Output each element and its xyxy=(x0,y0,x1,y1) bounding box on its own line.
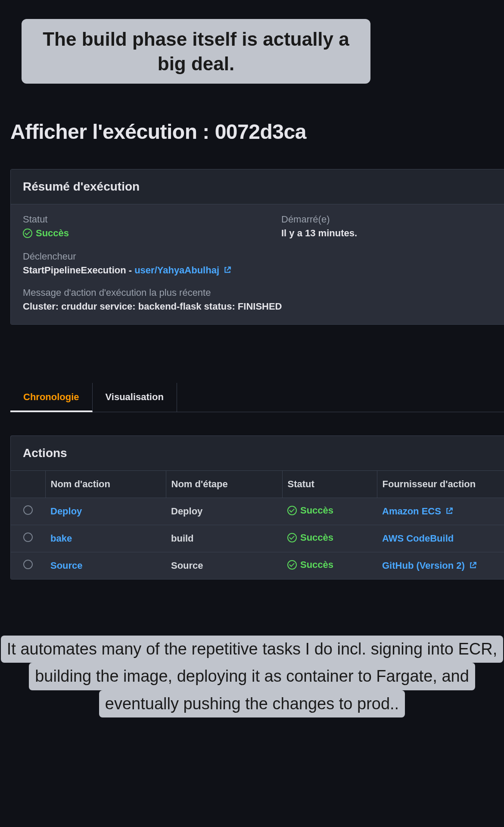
started-value: Il y a 13 minutes. xyxy=(281,228,357,239)
recent-message-value: Cluster: cruddur service: backend-flask … xyxy=(23,301,492,312)
execution-summary-panel: Résumé d'exécution Statut Succès Démarré… xyxy=(10,169,504,325)
success-check-icon xyxy=(23,229,32,238)
action-name-link[interactable]: bake xyxy=(45,525,166,552)
status-value: Succès xyxy=(23,228,69,239)
trigger-user-link[interactable]: user/YahyaAbulhaj xyxy=(134,265,219,276)
col-stage-name[interactable]: Nom d'étape xyxy=(166,471,282,498)
col-select xyxy=(11,471,45,498)
caption-bottom-line: It automates many of the repetitive task… xyxy=(1,636,503,663)
radio-icon[interactable] xyxy=(23,560,33,569)
trigger-prefix: StartPipelineExecution - xyxy=(23,265,134,276)
provider-link[interactable]: GitHub (Version 2) xyxy=(377,552,504,580)
summary-header: Résumé d'exécution xyxy=(11,169,504,204)
radio-icon[interactable] xyxy=(23,533,33,542)
row-radio-cell[interactable] xyxy=(11,525,45,552)
status-label: Statut xyxy=(23,214,264,225)
action-name-link[interactable]: Source xyxy=(45,552,166,580)
provider-link[interactable]: Amazon ECS xyxy=(377,498,504,525)
table-row: DeployDeploySuccèsAmazon ECS xyxy=(11,498,504,525)
provider-link[interactable]: AWS CodeBuild xyxy=(377,525,504,552)
success-check-icon xyxy=(287,533,297,542)
started-label: Démarré(e) xyxy=(281,214,357,225)
stage-name: Source xyxy=(166,552,282,580)
row-status: Succès xyxy=(282,525,377,552)
tab-visualisation[interactable]: Visualisation xyxy=(93,383,177,412)
status-text: Succès xyxy=(36,228,69,239)
success-check-icon xyxy=(287,560,297,570)
caption-top: The build phase itself is actually a big… xyxy=(22,19,370,84)
row-status: Succès xyxy=(282,552,377,580)
caption-bottom-line: eventually pushing the changes to prod.. xyxy=(99,690,405,717)
actions-header: Actions xyxy=(11,436,504,471)
row-radio-cell[interactable] xyxy=(11,498,45,525)
actions-panel: Actions Nom d'action Nom d'étape Statut … xyxy=(10,435,504,580)
summary-body: Statut Succès Démarré(e) Il y a 13 minut… xyxy=(11,204,504,324)
status-text: Succès xyxy=(300,505,333,516)
status-text: Succès xyxy=(300,532,333,543)
table-row: bakebuildSuccèsAWS CodeBuild xyxy=(11,525,504,552)
tabs: Chronologie Visualisation xyxy=(10,383,504,412)
radio-icon[interactable] xyxy=(23,505,33,515)
external-link-icon xyxy=(224,265,231,273)
status-text: Succès xyxy=(300,559,333,570)
col-status[interactable]: Statut xyxy=(282,471,377,498)
page-title: Afficher l'exécution : 0072d3ca xyxy=(10,120,306,144)
stage-name: build xyxy=(166,525,282,552)
row-radio-cell[interactable] xyxy=(11,552,45,580)
col-provider[interactable]: Fournisseur d'action xyxy=(377,471,504,498)
col-action-name[interactable]: Nom d'action xyxy=(45,471,166,498)
external-link-icon xyxy=(469,561,477,568)
external-link-icon xyxy=(445,506,453,514)
caption-bottom-line: building the image, deploying it as cont… xyxy=(29,663,475,690)
tab-chronologie[interactable]: Chronologie xyxy=(10,383,93,412)
recent-message-label: Message d'action d'exécution la plus réc… xyxy=(23,287,492,298)
trigger-value: StartPipelineExecution - user/YahyaAbulh… xyxy=(23,265,492,276)
caption-bottom: It automates many of the repetitive task… xyxy=(17,636,487,717)
trigger-label: Déclencheur xyxy=(23,251,492,262)
table-row: SourceSourceSuccèsGitHub (Version 2) xyxy=(11,552,504,580)
row-status: Succès xyxy=(282,498,377,525)
stage-name: Deploy xyxy=(166,498,282,525)
success-check-icon xyxy=(287,506,297,515)
actions-table: Nom d'action Nom d'étape Statut Fourniss… xyxy=(11,471,504,579)
action-name-link[interactable]: Deploy xyxy=(45,498,166,525)
